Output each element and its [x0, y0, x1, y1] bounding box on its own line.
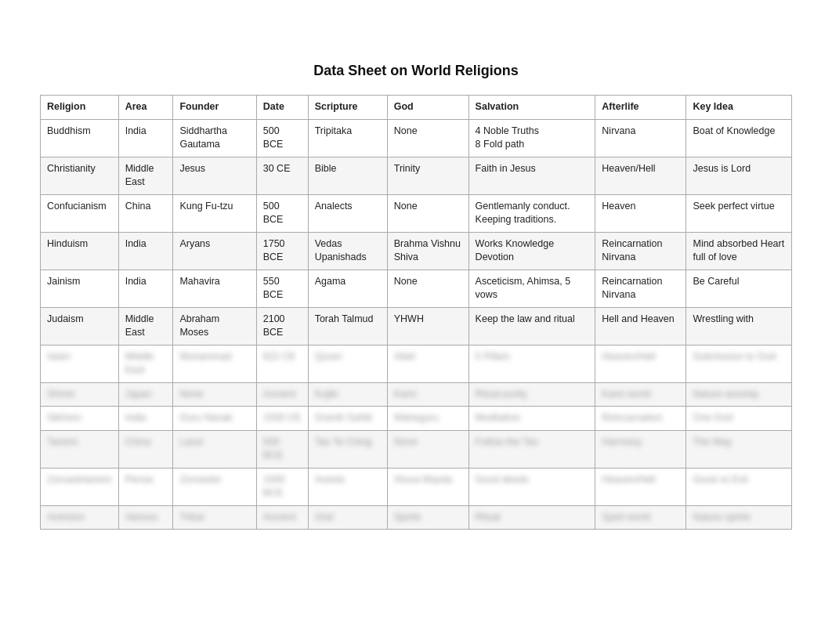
column-header-scripture: Scripture	[308, 96, 387, 120]
cell-god: YHWH	[387, 307, 468, 345]
cell-area: Persia	[118, 468, 173, 505]
cell-afterlife: Harmony	[595, 430, 686, 468]
cell-salvation: Meditation	[468, 407, 595, 431]
cell-religion: Taoism	[41, 430, 119, 468]
cell-date: 2100 BCE	[256, 307, 308, 345]
cell-god: None	[387, 270, 468, 307]
column-header-afterlife: Afterlife	[595, 96, 686, 120]
cell-afterlife: Reincarnation	[595, 407, 686, 431]
cell-god: Trinity	[387, 157, 468, 194]
cell-salvation: 5 Pillars	[468, 345, 595, 382]
cell-god: None	[387, 194, 468, 232]
cell-scripture: Vedas Upanishads	[308, 232, 387, 270]
cell-area: China	[118, 430, 173, 468]
cell-area: Japan	[118, 382, 173, 407]
cell-date: Ancient	[256, 382, 308, 407]
cell-religion: Christianity	[41, 157, 119, 194]
cell-key_idea: Submission to God	[686, 345, 792, 382]
cell-date: 1500 CE	[256, 407, 308, 431]
cell-area: China	[118, 194, 173, 232]
table-header-row: ReligionAreaFounderDateScriptureGodSalva…	[41, 96, 792, 120]
cell-god: Waheguru	[387, 407, 468, 431]
column-header-key-idea: Key Idea	[686, 96, 792, 120]
cell-scripture: Oral	[308, 505, 387, 530]
cell-key_idea: Seek perfect virtue	[686, 194, 792, 232]
cell-afterlife: Spirit world	[595, 505, 686, 530]
cell-salvation: 4 Noble Truths 8 Fold path	[468, 119, 595, 157]
cell-area: Middle East	[118, 157, 173, 194]
cell-area: India	[118, 119, 173, 157]
table-row: IslamMiddle EastMuhammad622 CEQuranAllah…	[41, 345, 792, 382]
cell-date: 500 BCE	[256, 430, 308, 468]
column-header-date: Date	[256, 96, 308, 120]
table-wrapper: ReligionAreaFounderDateScriptureGodSalva…	[40, 95, 792, 530]
cell-founder: Abraham Moses	[173, 307, 256, 345]
cell-date: 500 BCE	[256, 194, 308, 232]
table-row: SikhismIndiaGuru Nanak1500 CEGranth Sahi…	[41, 407, 792, 431]
cell-salvation: Asceticism, Ahimsa, 5 vows	[468, 270, 595, 307]
cell-afterlife: Nirvana	[595, 119, 686, 157]
cell-god: Brahma Vishnu Shiva	[387, 232, 468, 270]
table-row: HinduismIndiaAryans1750 BCEVedas Upanish…	[41, 232, 792, 270]
religions-table: ReligionAreaFounderDateScriptureGodSalva…	[40, 95, 792, 530]
cell-scripture: Quran	[308, 345, 387, 382]
cell-afterlife: Reincarnation Nirvana	[595, 232, 686, 270]
cell-afterlife: Hell and Heaven	[595, 307, 686, 345]
table-row: JainismIndiaMahavira550 BCEAgamaNoneAsce…	[41, 270, 792, 307]
table-row: BuddhismIndiaSiddhartha Gautama500 BCETr…	[41, 119, 792, 157]
column-header-founder: Founder	[173, 96, 256, 120]
cell-founder: Aryans	[173, 232, 256, 270]
cell-area: India	[118, 270, 173, 307]
cell-god: Ahura Mazda	[387, 468, 468, 505]
cell-god: None	[387, 119, 468, 157]
cell-founder: Siddhartha Gautama	[173, 119, 256, 157]
cell-key_idea: Mind absorbed Heart full of love	[686, 232, 792, 270]
table-row: TaoismChinaLaozi500 BCETao Te ChingNoneF…	[41, 430, 792, 468]
cell-key_idea: Wrestling with	[686, 307, 792, 345]
cell-date: 500 BCE	[256, 119, 308, 157]
cell-founder: None	[173, 382, 256, 407]
cell-salvation: Good deeds	[468, 468, 595, 505]
cell-religion: Zoroastrianism	[41, 468, 119, 505]
cell-afterlife: Heaven/Hell	[595, 157, 686, 194]
cell-founder: Mahavira	[173, 270, 256, 307]
cell-area: Various	[118, 505, 173, 530]
cell-scripture: Agama	[308, 270, 387, 307]
cell-date: 550 BCE	[256, 270, 308, 307]
cell-scripture: Granth Sahib	[308, 407, 387, 431]
cell-area: India	[118, 407, 173, 431]
cell-date: 622 CE	[256, 345, 308, 382]
column-header-salvation: Salvation	[468, 96, 595, 120]
cell-religion: Buddhism	[41, 119, 119, 157]
table-row: ConfucianismChinaKung Fu-tzu500 BCEAnale…	[41, 194, 792, 232]
cell-god: Allah	[387, 345, 468, 382]
column-header-god: God	[387, 96, 468, 120]
cell-afterlife: Heaven/Hell	[595, 345, 686, 382]
cell-area: India	[118, 232, 173, 270]
cell-religion: Islam	[41, 345, 119, 382]
table-row: AnimismVariousTribalAncientOralSpiritsRi…	[41, 505, 792, 530]
cell-scripture: Tripitaka	[308, 119, 387, 157]
cell-religion: Confucianism	[41, 194, 119, 232]
cell-key_idea: Good vs Evil	[686, 468, 792, 505]
table-row: ShintoJapanNoneAncientKojikiKamiRitual p…	[41, 382, 792, 407]
cell-founder: Kung Fu-tzu	[173, 194, 256, 232]
cell-founder: Muhammad	[173, 345, 256, 382]
cell-salvation: Follow the Tao	[468, 430, 595, 468]
cell-religion: Animism	[41, 505, 119, 530]
cell-religion: Sikhism	[41, 407, 119, 431]
cell-founder: Jesus	[173, 157, 256, 194]
cell-key_idea: Nature spirits	[686, 505, 792, 530]
cell-date: Ancient	[256, 505, 308, 530]
cell-religion: Judaism	[41, 307, 119, 345]
cell-scripture: Avesta	[308, 468, 387, 505]
cell-afterlife: Kami world	[595, 382, 686, 407]
cell-date: 1750 BCE	[256, 232, 308, 270]
cell-key_idea: One God	[686, 407, 792, 431]
cell-scripture: Torah Talmud	[308, 307, 387, 345]
cell-salvation: Works Knowledge Devotion	[468, 232, 595, 270]
cell-afterlife: Heaven	[595, 194, 686, 232]
cell-religion: Jainism	[41, 270, 119, 307]
cell-date: 1500 BCE	[256, 468, 308, 505]
cell-salvation: Ritual purity	[468, 382, 595, 407]
